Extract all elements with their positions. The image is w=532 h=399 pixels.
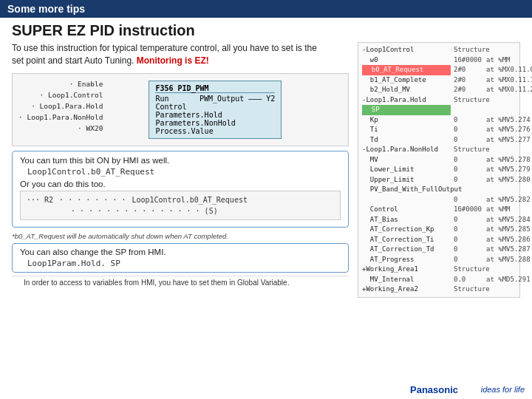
mon-row-td: Td 0 at %MV5.277 [362, 135, 516, 146]
loop1paranonhold-pin: · Loop1.Para.NonHold [18, 112, 103, 123]
ladder-diagram-1: · Enable · Loop1.Control · Loop1.Para.Ho… [12, 73, 349, 146]
header-bar: Some more tips [0, 0, 532, 18]
tip2-text: You can also change the SP from HMI. [20, 248, 341, 256]
mon-row-1: w0 16#0000 at %MM [362, 55, 516, 66]
mon-row-sp: SP [362, 105, 516, 115]
monitoring-table: -Loop1Control Structure w0 16#0000 at %M… [358, 42, 520, 298]
loop1control-pin: · Loop1.Control [18, 89, 103, 100]
at-request-contact: Loop1Control.b0_AT_Request [132, 194, 248, 205]
ideas-tagline: ideas for life [481, 385, 525, 394]
params-hold-label: Parameters.Hold [155, 111, 222, 119]
panasonic-footer: Panasonic ideas for life [403, 380, 532, 399]
mon-row-0: -Loop1Control Structure [362, 45, 516, 55]
mon-row-atprog: AT_Progress 0 at %MV5.288 [362, 255, 516, 265]
mon-row-3: b1_AT_Complete 2#0 at %MX0.11.1 [362, 75, 516, 86]
mon-row-working2: +Working_Area2 Structure [362, 284, 516, 295]
svg-text:Panasonic: Panasonic [410, 384, 458, 395]
mon-row-upper: Upper_Limit 0 at %MV5.280 [362, 175, 516, 185]
mon-row-ti: Ti 0 at %MV5.276 [362, 125, 516, 135]
loop1parahold-pin: · Loop1.Para.Hold [18, 100, 103, 112]
coil-label: (S) [205, 205, 218, 216]
control-label: Control [155, 103, 186, 111]
intro-text: To use this instruction for typical temp… [12, 42, 349, 67]
mon-row-control2: Control 16#0000 at %MM [362, 205, 516, 215]
mon-row-attd: AT_Correction_Td 0 at %MV5.287 [362, 245, 516, 255]
wx20-pin: · WX20 [18, 123, 103, 134]
footnote: *b0_AT_Request will be automatically shu… [12, 232, 349, 240]
mon-row-working1: +Working_Area1 Structure [362, 265, 516, 275]
run-label: Run [155, 95, 168, 103]
mon-row-atbias: AT_Bias 0 at %MV5.284 [362, 215, 516, 225]
mon-row-pvband: PV_Band_With_FullOutput [362, 185, 516, 195]
mon-row-nonhold: -Loop1.Para.NonHold Structure [362, 145, 516, 155]
tip-box-2: You can also change the SP from HMI. Loo… [12, 243, 349, 273]
r2-contact: R2 [44, 194, 53, 205]
monitoring-highlight: Monitoring is EZ! [137, 55, 209, 66]
mon-row-mv-internal: MV_Internal 0.0 at %MD5.291 [362, 275, 516, 285]
header-title: Some more tips [7, 3, 85, 15]
process-value-label: Process.Value [155, 127, 213, 135]
tip1-code: Loop1Control.b0_AT_Request [27, 167, 341, 177]
page-title: SUPER EZ PID instruction [0, 18, 532, 42]
mon-row-atkp: AT_Correction_Kp 0 at %MV5.285 [362, 225, 516, 235]
mon-row-kp: Kp 0 at %MV5.274 [362, 115, 516, 126]
mon-row-lower: Lower_Limit 0 at %MV5.279 [362, 165, 516, 175]
or-text: Or you can do this too. [20, 180, 341, 188]
mon-row-4: b2_Hold_MV 2#0 at %MX0.11.2 [362, 85, 516, 95]
ladder-diagram-2: ··· R2 · · · · · · · · Loop1Control.b0_A… [20, 191, 341, 220]
mon-row-pvband2: 0 at %MV5.282 [362, 195, 516, 205]
tip1-text: You can turn this bit ON by HMI as well. [20, 156, 341, 165]
mon-row-2: b0_AT_Request 2#0 at %MX0.11.0 [362, 65, 516, 75]
fb-title: F356 PID_PWM [155, 84, 208, 92]
mon-row-mv: MV 0 at %MV5.278 [362, 155, 516, 166]
panasonic-logo-icon: Panasonic [410, 383, 477, 396]
mon-row-5: -Loop1.Para.Hold Structure [362, 95, 516, 106]
tip2-code: Loop1Param.Hold. SP [27, 259, 341, 268]
tip-box-1: You can turn this bit ON by HMI as well.… [12, 151, 349, 228]
footer-text: In order to access to variables from HMI… [12, 276, 349, 289]
mon-row-atti: AT_Correction_Ti 0 at %MV5.286 [362, 235, 516, 245]
pwm-output-label: PWM_Output ——— Y2 [200, 95, 275, 103]
enable-pin: · Enable [18, 78, 103, 89]
params-nonhold-label: Parameters.NonHold [155, 119, 235, 127]
